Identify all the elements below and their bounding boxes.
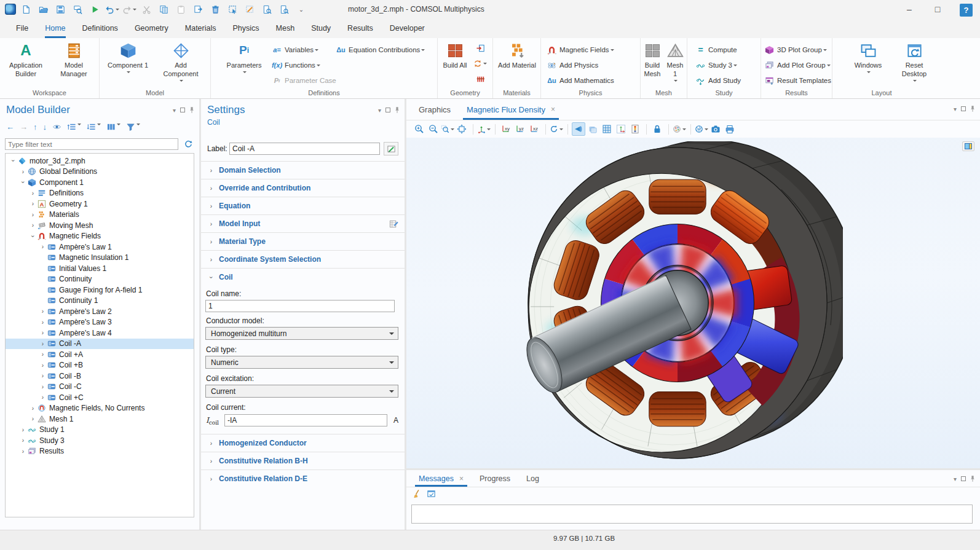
float-panel-icon[interactable] [180, 108, 185, 112]
tab-magnetic-flux-density[interactable]: Magnetic Flux Density× [463, 99, 559, 120]
section-constitutive-bh[interactable]: Constitutive Relation B-H [201, 452, 405, 469]
tab-developer[interactable]: Developer [390, 18, 425, 38]
view-yz-icon[interactable] [513, 122, 527, 136]
tree-item-amperes-law-3[interactable]: Ampère's Law 3 [6, 317, 194, 328]
pin-icon[interactable] [970, 105, 975, 112]
tab-progress[interactable]: Progress [476, 470, 514, 487]
paste-icon[interactable] [173, 2, 188, 17]
view-xz-icon[interactable] [528, 122, 541, 136]
tree-item-continuity[interactable]: Continuity [6, 274, 194, 285]
graphics-canvas[interactable] [406, 138, 980, 468]
variables-button[interactable]: a=Variables [272, 44, 318, 56]
tree-item-coil-plus-c[interactable]: Coil +C [6, 392, 194, 403]
show-icon[interactable] [52, 122, 61, 132]
zoom-in-icon[interactable] [413, 122, 426, 136]
copy-icon[interactable] [156, 2, 171, 17]
color-theme-icon[interactable] [673, 122, 686, 136]
default-view-icon[interactable] [477, 122, 491, 136]
float-panel-icon[interactable] [961, 106, 966, 111]
collapse-icon[interactable] [67, 122, 81, 132]
tab-physics[interactable]: Physics [232, 18, 259, 38]
tree-item-geometry-1[interactable]: Geometry 1 [6, 198, 194, 210]
section-model-input[interactable]: Model Input [201, 214, 405, 232]
zoom-box-icon[interactable] [441, 122, 454, 136]
equation-contributions-button[interactable]: ΔuEquation Contributions [336, 44, 425, 56]
tree-item-mf-no-currents[interactable]: Magnetic Fields, No Currents [6, 403, 194, 414]
cut-icon[interactable] [139, 2, 154, 17]
mesh-1-button[interactable]: Mesh 1 [664, 41, 686, 82]
section-constitutive-de[interactable]: Constitutive Relation D-E [201, 469, 405, 487]
section-coordinate-system[interactable]: Coordinate System Selection [201, 250, 405, 268]
expand-icon[interactable] [87, 122, 101, 132]
rebuild-icon[interactable] [473, 57, 487, 69]
tree-item-magnetic-fields[interactable]: Magnetic Fields [6, 231, 194, 242]
section-override-contribution[interactable]: Override and Contribution [201, 179, 405, 197]
tree-item-study-1[interactable]: Study 1 [6, 425, 194, 436]
conductor-model-select[interactable]: Homogenized multiturn [205, 327, 398, 340]
pin-icon[interactable] [395, 106, 400, 114]
save-icon[interactable] [53, 2, 68, 17]
coil-type-select[interactable]: Numeric [205, 356, 398, 369]
tree-item-moving-mesh[interactable]: Moving Mesh [6, 220, 194, 231]
view-xy-icon[interactable] [499, 122, 513, 136]
environment-icon[interactable] [695, 122, 708, 136]
tree-item-amperes-law-1[interactable]: Ampère's Law 1 [6, 242, 194, 253]
move-down-icon[interactable]: ↓ [43, 122, 47, 132]
undo-icon[interactable] [105, 2, 119, 17]
tree-item-coil-minus-b[interactable]: Coil -B [6, 371, 194, 382]
section-material-type[interactable]: Material Type [201, 232, 405, 250]
minimize-button[interactable]: – [895, 0, 923, 18]
tab-materials[interactable]: Materials [185, 18, 216, 38]
add-mathematics-button[interactable]: ΔuAdd Mathematics [547, 74, 614, 87]
transparency-icon[interactable] [586, 122, 599, 136]
section-homogenized-conductor[interactable]: Homogenized Conductor [201, 434, 405, 452]
tree-item-study-3[interactable]: Study 3 [6, 435, 194, 446]
show-axes-icon[interactable] [614, 122, 628, 136]
tab-home[interactable]: Home [45, 18, 65, 38]
close-tab-icon[interactable]: × [459, 474, 464, 483]
coil-excitation-select[interactable]: Current [205, 385, 398, 398]
parameters-button[interactable]: Pi Parameters [222, 41, 266, 74]
forward-icon[interactable]: → [20, 122, 28, 132]
panel-menu-icon[interactable]: ▾ [173, 107, 176, 114]
tab-study[interactable]: Study [311, 18, 331, 38]
add-physics-button[interactable]: Add Physics [547, 59, 598, 71]
clear-selection-icon[interactable] [242, 2, 257, 17]
import-geometry-icon[interactable] [473, 42, 487, 54]
plot-group-button[interactable]: 3D Plot Group [765, 44, 827, 56]
filter-icon[interactable] [126, 122, 140, 132]
snapshot-icon[interactable] [709, 122, 722, 136]
label-field-input[interactable] [229, 143, 380, 155]
add-component-button[interactable]: Add Component [159, 41, 203, 82]
maximize-button[interactable]: □ [923, 0, 952, 18]
build-all-button[interactable]: Build All [439, 41, 471, 70]
rotate-view-icon[interactable] [550, 122, 563, 136]
save-search-icon[interactable] [70, 2, 85, 17]
help-button[interactable]: ? [960, 4, 973, 17]
build-mesh-button[interactable]: Build Mesh [641, 41, 664, 79]
tree-item-initial-values-1[interactable]: Initial Values 1 [6, 263, 194, 274]
tree-item-materials[interactable]: Materials [6, 210, 194, 221]
tree-item-magnetic-insulation-1[interactable]: Magnetic Insulation 1 [6, 253, 194, 264]
pin-icon[interactable] [970, 475, 975, 482]
find-in-model-icon[interactable] [277, 2, 291, 17]
tab-log[interactable]: Log [523, 470, 543, 487]
tree-item-results[interactable]: Results [6, 446, 194, 457]
tree-item-amperes-law-2[interactable]: Ampère's Law 2 [6, 306, 194, 317]
grid-icon[interactable] [600, 122, 614, 136]
columns-icon[interactable] [106, 122, 121, 132]
toolbar-options-icon[interactable]: ⌄ [294, 2, 309, 17]
model-manager-button[interactable]: Model Manager [52, 41, 96, 79]
result-templates-button[interactable]: Result Templates [765, 74, 831, 87]
open-file-icon[interactable] [36, 2, 50, 17]
float-panel-icon[interactable] [385, 108, 390, 112]
panel-menu-icon[interactable]: ▾ [954, 476, 957, 482]
edit-model-input-icon[interactable] [389, 219, 398, 229]
tab-messages[interactable]: Messages× [415, 470, 467, 487]
delete-icon[interactable] [208, 2, 223, 17]
new-file-icon[interactable] [18, 2, 33, 17]
application-builder-button[interactable]: A Application Builder [4, 41, 48, 79]
messages-output[interactable] [411, 505, 973, 524]
panel-menu-icon[interactable]: ▾ [378, 107, 381, 114]
zoom-out-icon[interactable] [427, 122, 440, 136]
